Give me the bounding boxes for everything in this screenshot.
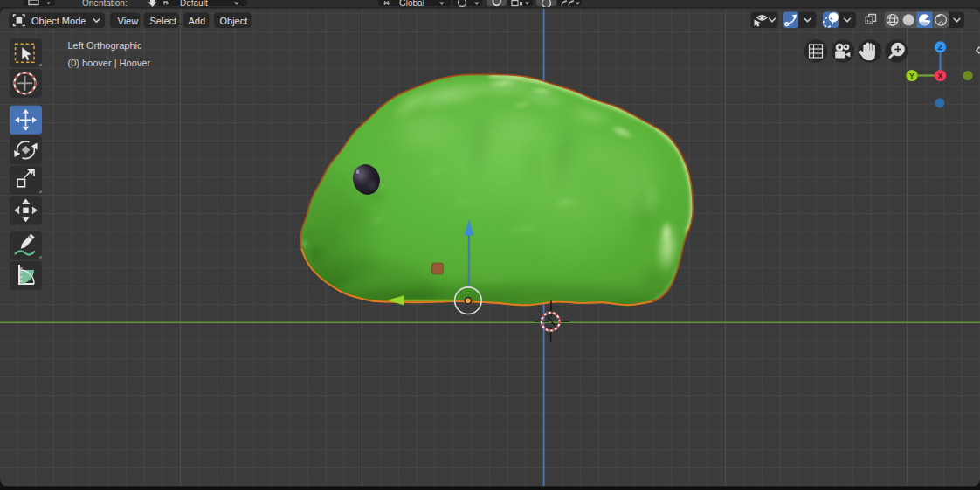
svg-text:Y: Y xyxy=(909,72,914,80)
svg-text:Object Mode: Object Mode xyxy=(31,16,86,26)
svg-text:(0) hoover | Hoover: (0) hoover | Hoover xyxy=(68,58,151,68)
svg-text:Left Orthographic: Left Orthographic xyxy=(68,40,142,51)
svg-text:Select: Select xyxy=(150,16,177,26)
svg-text:Default: Default xyxy=(180,0,208,8)
svg-text:Add: Add xyxy=(189,16,206,26)
svg-text:Z: Z xyxy=(938,43,943,52)
svg-text:Orientation:: Orientation: xyxy=(82,0,128,8)
svg-text:View: View xyxy=(118,16,139,26)
svg-text:Global: Global xyxy=(399,0,424,8)
svg-text:X: X xyxy=(937,72,942,80)
svg-text:Object: Object xyxy=(220,16,248,26)
